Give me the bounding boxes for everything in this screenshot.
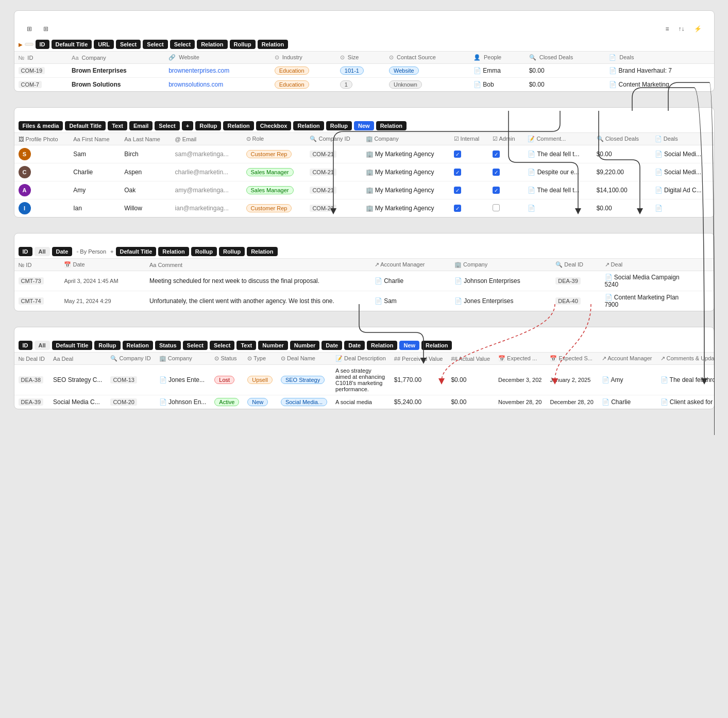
cell-internal[interactable]: ✓ (450, 181, 488, 199)
col-deal-id: № Deal ID (14, 353, 49, 365)
cell-admin[interactable]: ✓ (488, 145, 523, 163)
people-badge-checkbox: Checkbox (256, 121, 292, 130)
internal-checkbox[interactable]: ✓ (454, 205, 461, 212)
companies-badge-rollup: Rollup (230, 40, 256, 49)
cell-company-id: COM-21 (306, 145, 361, 163)
companies-badge-relation2: Relation (258, 40, 288, 49)
people-panel: Files & media Default Title Text Email S… (14, 107, 715, 218)
cell-admin[interactable]: ✓ (488, 181, 523, 199)
col-deal-name: Aa Deal (49, 353, 106, 365)
col-acc-mgr: ↗ Account Manager (598, 353, 656, 365)
cell-deal-name: Social Media... (277, 395, 331, 409)
cell-date: April 3, 2024 1:45 AM (60, 271, 145, 291)
table-row: COM-7 Brown Solutions brownsolutions.com… (14, 78, 714, 92)
most-revenue-button[interactable]: ⊞ (40, 24, 54, 34)
people-table-body: S Sam Birch sam@marketinga... Customer R… (14, 145, 714, 218)
cell-cmt-id: CMT-73 (14, 271, 60, 291)
col-exp-start: 📅 Expected S... (546, 353, 597, 365)
show-all-button[interactable]: ⊞ (24, 24, 37, 34)
cell-admin[interactable] (488, 199, 523, 218)
deals-badge-text: Text (236, 341, 256, 350)
cell-deal-id: DEA-39 (14, 395, 49, 409)
comments-badge-relation1: Relation (158, 247, 189, 256)
education-filter-pill[interactable] (25, 43, 33, 46)
deals-badge-rollup: Rollup (94, 341, 120, 350)
companies-badge-select1: Select (116, 40, 141, 49)
cell-first-name: Amy (69, 181, 120, 199)
admin-checkbox[interactable]: ✓ (493, 151, 500, 158)
admin-checkbox[interactable] (493, 204, 500, 211)
cell-actual: $0.00 (447, 395, 494, 409)
cell-people: 📄 Emma (469, 64, 525, 78)
cell-deal: 📄 Content Marketing Plan 7900 (601, 291, 714, 311)
comments-panel: ID All Date ◦ By Person + Default Title … (14, 233, 715, 311)
cell-company-id: COM-20 (106, 395, 155, 409)
cell-company-id: COM-21 (306, 163, 361, 181)
filter-icon-btn[interactable]: ≡ (662, 24, 672, 34)
filter-triangle: ▶ (19, 42, 23, 47)
sort-icon-btn[interactable]: ↑↓ (675, 24, 688, 34)
comments-badge-relation2: Relation (247, 247, 277, 256)
col-company-id: 🔍 Company ID (306, 133, 361, 145)
people-badge-default-title: Default Title (65, 121, 106, 130)
cell-comment: Unfortunately, the client went with anot… (145, 291, 370, 311)
settings-icon-btn[interactable]: ⚡ (691, 24, 705, 34)
comments-badge-default-title: Default Title (116, 247, 157, 256)
internal-checkbox[interactable]: ✓ (454, 151, 461, 158)
cell-company: Brown Enterprises (67, 64, 164, 78)
col-website: 🔗 Website (164, 52, 270, 64)
deals-badge-row: ID All Default Title Rollup Relation Sta… (14, 339, 714, 353)
internal-checkbox[interactable]: ✓ (454, 169, 461, 176)
col-description: 📝 Deal Description (331, 353, 390, 365)
cell-first-name: Sam (69, 145, 120, 163)
cell-exp-start: January 2, 2025 (546, 365, 597, 395)
cell-closed: $14,100.00 (592, 181, 651, 199)
comments-table: № ID 📅 Date Aa Comment ↗ Account Manager… (14, 259, 714, 311)
cell-id: COM-19 (14, 64, 68, 78)
cell-internal[interactable]: ✓ (450, 199, 488, 218)
col-comment: 📝 Comment... (523, 133, 592, 145)
cell-avatar: A (14, 181, 70, 199)
people-badge-relation2: Relation (293, 121, 324, 130)
cell-company: 📄 Jones Ente... (155, 365, 211, 395)
col-company: Aa Company (67, 52, 164, 64)
col-account-manager: ↗ Account Manager (370, 259, 450, 271)
col-deals: 📄 Deals (605, 52, 714, 64)
comments-text-label: ◦ By Person (74, 248, 108, 255)
cell-last-name: Birch (120, 145, 171, 163)
cell-first-name: Charlie (69, 163, 120, 181)
admin-checkbox[interactable]: ✓ (493, 187, 500, 194)
cell-role: Sales Manager (242, 163, 306, 181)
cell-deal: Social Media C... (49, 395, 106, 409)
col-perceived: ## Perceived Value (390, 353, 447, 365)
col-cmt-id: № ID (14, 259, 60, 271)
cell-internal[interactable]: ✓ (450, 145, 488, 163)
col-photo: 🖼 Profile Photo (14, 133, 70, 145)
cell-deals: 📄 Social Medi... (651, 145, 714, 163)
deals-badge-default-title: Default Title (52, 341, 93, 350)
cell-closed-deals: $0.00 (525, 64, 605, 78)
people-table-header: 🖼 Profile Photo Aa First Name Aa Last Na… (14, 133, 714, 145)
table-row: CMT-74 May 21, 2024 4:29 Unfortunately, … (14, 291, 714, 311)
cell-internal[interactable]: ✓ (450, 163, 488, 181)
companies-table-header: № ID Aa Company 🔗 Website ⊙ Industry ⊙ S… (14, 52, 714, 64)
cell-deals: 📄 Social Medi... (651, 163, 714, 181)
cell-deals: 📄 (651, 199, 714, 218)
cell-role: Customer Rep (242, 145, 306, 163)
deals-panel: ID All Default Title Rollup Relation Sta… (14, 327, 715, 409)
cell-industry: Education (270, 78, 336, 92)
internal-checkbox[interactable]: ✓ (454, 187, 461, 194)
deals-table-header: № Deal ID Aa Deal 🔍 Company ID 🏢 Company… (14, 353, 715, 365)
people-badge-email: Email (129, 121, 153, 130)
col-actual: ## Actual Value (447, 353, 494, 365)
companies-badge-default-title: Default Title (52, 40, 92, 49)
companies-badge-row: ▶ ID Default Title URL Select Select Sel… (14, 38, 714, 52)
add-view-button[interactable] (57, 28, 63, 30)
deals-badge-id: ID (19, 341, 32, 350)
cell-deal: 📄 Social Media Campaign 5240 (601, 271, 714, 291)
col-company: 🏢 Company (362, 133, 450, 145)
admin-checkbox[interactable]: ✓ (493, 169, 500, 176)
cell-admin[interactable]: ✓ (488, 163, 523, 181)
cell-status: Lost (210, 365, 243, 395)
comments-table-header: № ID 📅 Date Aa Comment ↗ Account Manager… (14, 259, 714, 271)
